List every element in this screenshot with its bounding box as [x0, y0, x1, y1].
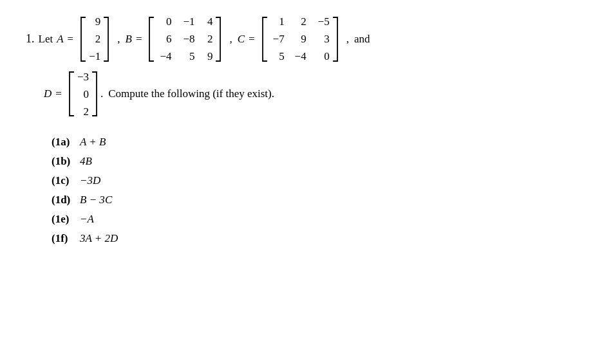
equals-b: = [136, 32, 142, 47]
right-bracket-b [215, 16, 223, 62]
part-1d-expr: B − 3C [80, 194, 112, 206]
cell-b-3-2: 5 [178, 48, 194, 65]
matrix-d-content: −3 0 2 [75, 68, 91, 121]
matrix-d-row-1: −3 [77, 68, 89, 86]
equals-a: = [68, 32, 74, 47]
cell-c-1-2: 2 [291, 13, 307, 30]
cell-c-2-2: 9 [291, 30, 307, 48]
cell-d-3-1: 2 [77, 103, 89, 120]
part-1a-label: (1a) [52, 136, 75, 149]
part-1c-expr: −3D [80, 174, 100, 187]
trailing-and: and [354, 32, 370, 47]
cell-b-3-3: 9 [201, 48, 212, 65]
matrix-a-row-1: 9 [89, 13, 100, 30]
cell-c-3-2: −4 [291, 48, 307, 65]
matrix-d-row-2: 0 [77, 86, 89, 103]
part-1a-expr: A + B [80, 136, 106, 149]
cell-b-1-2: −1 [178, 13, 194, 30]
matrix-b: 0 −1 4 6 −8 2 −4 5 9 [147, 13, 223, 66]
matrix-c-row-3: 5 −4 0 [270, 48, 330, 65]
cell-b-2-3: 2 [201, 30, 212, 48]
part-1a: (1a) A + B [52, 136, 578, 149]
cell-d-2-1: 0 [77, 86, 89, 103]
left-bracket-a [79, 16, 86, 62]
cell-c-3-3: 0 [313, 48, 330, 65]
right-bracket-a [103, 16, 111, 62]
cell-c-1-3: −5 [313, 13, 330, 30]
cell-c-2-1: −7 [270, 30, 285, 48]
part-1d: (1d) B − 3C [52, 194, 578, 206]
matrix-d: −3 0 2 [67, 68, 99, 121]
part-1f-label: (1f) [52, 232, 75, 245]
part-1c-label: (1c) [52, 174, 75, 187]
cell-b-1-1: 0 [157, 13, 171, 30]
cell-b-2-1: 6 [157, 30, 171, 48]
right-bracket-d [91, 71, 99, 117]
matrix-c-row-2: −7 9 3 [270, 30, 330, 48]
cell-c-2-3: 3 [313, 30, 330, 48]
matrix-d-row-3: 2 [77, 103, 89, 120]
left-bracket-c [260, 16, 268, 62]
equals-c: = [249, 32, 255, 47]
matrix-a-content: 9 2 −1 [86, 13, 103, 66]
right-bracket-c [332, 16, 340, 62]
part-1b: (1b) 4B [52, 155, 578, 168]
cell-c-1-1: 1 [270, 13, 285, 30]
matrix-a-label: A [57, 32, 63, 47]
cell-a-2-1: 2 [89, 30, 100, 48]
period-after-d: . [100, 87, 103, 100]
matrix-b-row-1: 0 −1 4 [157, 13, 212, 30]
part-1f-expr: 3A + 2D [80, 232, 118, 245]
cell-d-1-1: −3 [77, 68, 89, 86]
cell-a-1-1: 9 [89, 13, 100, 30]
part-1f: (1f) 3A + 2D [52, 232, 578, 245]
part-1e-label: (1e) [52, 213, 75, 226]
matrix-b-row-3: −4 5 9 [157, 48, 212, 65]
matrix-a: 9 2 −1 [79, 13, 111, 66]
matrix-c-label: C [238, 32, 245, 47]
cell-b-1-3: 4 [201, 13, 212, 30]
cell-c-3-1: 5 [270, 48, 285, 65]
matrix-a-row-2: 2 [89, 30, 100, 48]
left-bracket-b [147, 16, 155, 62]
matrix-d-label: D [44, 87, 52, 100]
part-1d-label: (1d) [52, 194, 75, 206]
problem-second-line: D = −3 0 2 . Compute the fo [44, 68, 578, 121]
matrix-b-content: 0 −1 4 6 −8 2 −4 5 9 [155, 13, 215, 66]
matrix-b-row-2: 6 −8 2 [157, 30, 212, 48]
part-1b-expr: 4B [80, 155, 92, 168]
parts-list: (1a) A + B (1b) 4B (1c) −3D (1d) B − 3C … [52, 136, 578, 245]
problem-number: 1. [26, 31, 35, 47]
matrix-a-row-3: −1 [89, 48, 100, 65]
matrix-c-content: 1 2 −5 −7 9 3 5 −4 0 [268, 13, 332, 66]
comma-1: , [117, 32, 120, 47]
comma-2: , [229, 32, 232, 47]
cell-b-2-2: −8 [178, 30, 194, 48]
part-1e-expr: −A [80, 213, 94, 226]
comma-3: , [346, 32, 349, 47]
cell-a-3-1: −1 [89, 48, 100, 65]
instruction-text: Compute the following (if they exist). [108, 87, 274, 100]
problem-first-line: 1. Let A = 9 2 −1 [26, 13, 578, 66]
equals-d: = [55, 87, 62, 100]
problem-container: 1. Let A = 9 2 −1 [26, 13, 578, 245]
part-1e: (1e) −A [52, 213, 578, 226]
matrix-c-row-1: 1 2 −5 [270, 13, 330, 30]
intro-text: Let [39, 32, 53, 47]
cell-b-3-1: −4 [157, 48, 171, 65]
left-bracket-d [67, 71, 75, 117]
matrix-c: 1 2 −5 −7 9 3 5 −4 0 [260, 13, 340, 66]
part-1b-label: (1b) [52, 155, 75, 168]
part-1c: (1c) −3D [52, 174, 578, 187]
matrix-b-label: B [125, 32, 131, 47]
